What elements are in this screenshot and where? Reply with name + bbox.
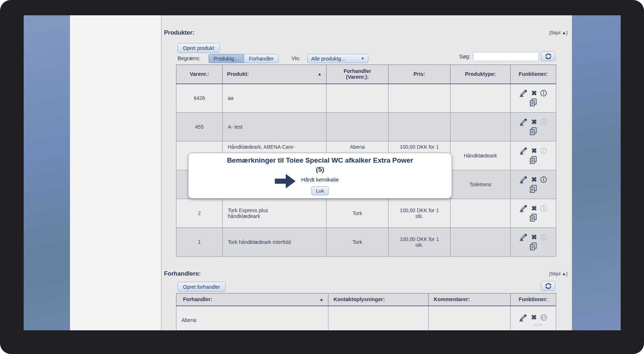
- cell-funktioner: ✖: [511, 199, 556, 228]
- delete-icon[interactable]: ✖: [531, 147, 537, 154]
- edit-icon[interactable]: [519, 314, 528, 322]
- view-label: Vis:: [292, 54, 300, 63]
- remarks-modal: Bemærkninger til Toiee Special WC afkalk…: [188, 153, 452, 199]
- table-row: 6426 aa ✖: [176, 84, 556, 113]
- create-product-button[interactable]: Opret produkt: [177, 43, 220, 53]
- info-icon[interactable]: [540, 205, 547, 212]
- modal-title: Bemærkninger til Toiee Special WC afkalk…: [193, 156, 447, 174]
- edit-icon[interactable]: [519, 175, 528, 183]
- cell-pris: 100,00 DKK for 1 stk.: [389, 228, 450, 257]
- page-left-panel: [70, 15, 161, 330]
- table-row: 2 Tork Express plus håndklædeark Tork 10…: [176, 199, 556, 228]
- header-varenr[interactable]: Varenr.:: [176, 65, 223, 84]
- cell-funktioner: ✖: [511, 113, 556, 141]
- copy-icon[interactable]: [529, 213, 538, 222]
- cell-varenr: 2: [176, 199, 223, 228]
- header-kommentarer[interactable]: Kommentarer:: [429, 293, 511, 306]
- limit-by-dealer-button[interactable]: Forhandler: [244, 54, 279, 63]
- dealers-table-header-row: Forhandler:▲ Kontaktoplysninger: Komment…: [176, 293, 556, 306]
- delete-icon[interactable]: ✖: [531, 314, 537, 321]
- table-row: 455 A- test ✖: [176, 113, 556, 141]
- cell-produkt: Tork håndklædeark interfold: [223, 228, 327, 257]
- globe-web-icon[interactable]: [540, 314, 547, 321]
- cell-forhandler: [327, 113, 389, 141]
- cell-funktioner: ✖: [511, 170, 556, 199]
- header-kontaktoplysninger[interactable]: Kontaktoplysninger:: [328, 293, 429, 306]
- limit-label: Begræns:: [177, 54, 200, 63]
- modal-close-button[interactable]: Luk: [311, 186, 329, 195]
- cell-produktype: [450, 113, 511, 141]
- cell-funktioner: ✖ WEB: [511, 306, 556, 331]
- table-row: 1 Tork håndklædeark interfold Tork 100,0…: [176, 228, 556, 257]
- search-input[interactable]: [473, 52, 539, 61]
- header-funktioner: Funktioner:: [511, 293, 556, 306]
- modal-note-text: Hårdt kemikalie: [188, 176, 452, 183]
- product-group-dropdown[interactable]: Alle produktg… ▼: [307, 54, 368, 63]
- header-forhandler[interactable]: Forhandler (Varenr.):: [327, 65, 389, 84]
- products-table-header-row: Varenr.: Produkt:▲ Forhandler (Varenr.):…: [176, 65, 556, 84]
- edit-icon[interactable]: [519, 147, 528, 155]
- cell-pris: [389, 113, 450, 141]
- header-funktioner: Funktioner:: [511, 65, 556, 84]
- edit-icon[interactable]: [519, 204, 528, 212]
- cell-funktioner: ✖: [511, 228, 556, 257]
- cell-pris: 100,00 DKK for 1 stk.: [389, 199, 450, 228]
- cell-forhandler: Abena: [176, 306, 328, 331]
- products-hide-link[interactable]: [Skjul ▲]: [549, 30, 567, 35]
- copy-icon[interactable]: [529, 184, 538, 194]
- edit-icon[interactable]: [519, 233, 528, 241]
- info-icon[interactable]: [540, 176, 547, 183]
- copy-icon[interactable]: [529, 156, 538, 165]
- refresh-icon: [545, 282, 552, 290]
- copy-icon[interactable]: [529, 98, 538, 107]
- cell-varenr: 455: [176, 113, 223, 141]
- dealers-section-title: Forhandlere:: [164, 270, 201, 277]
- products-refresh-button[interactable]: [541, 51, 555, 61]
- screen: Produkter: [Skjul ▲] Opret produkt Begræ…: [24, 15, 621, 330]
- refresh-icon: [545, 52, 552, 60]
- info-icon[interactable]: [540, 147, 547, 154]
- monitor-bezel: Produkter: [Skjul ▲] Opret produkt Begræ…: [0, 0, 644, 354]
- cell-funktioner: ✖: [511, 141, 556, 170]
- delete-icon[interactable]: ✖: [531, 234, 537, 241]
- info-icon[interactable]: [540, 234, 547, 241]
- cell-kommentarer: [429, 306, 511, 331]
- copy-icon[interactable]: [529, 127, 538, 136]
- dealers-hide-link[interactable]: [Skjul ▲]: [549, 271, 567, 276]
- header-produktype[interactable]: Produktype:: [450, 65, 511, 84]
- copy-icon[interactable]: [529, 242, 538, 251]
- header-pris[interactable]: Pris:: [389, 65, 450, 84]
- delete-icon[interactable]: ✖: [531, 118, 537, 125]
- chevron-down-icon: ▼: [361, 57, 364, 61]
- screenshot-frame: Produkter: [Skjul ▲] Opret produkt Begræ…: [0, 0, 644, 354]
- info-icon[interactable]: [540, 118, 547, 125]
- limit-by-productgroup-button[interactable]: Produktg…: [208, 54, 244, 63]
- cell-produkt: aa: [223, 84, 327, 113]
- delete-icon[interactable]: ✖: [531, 176, 537, 183]
- dropdown-selected-value: Alle produktg…: [311, 56, 346, 62]
- cell-produktype: [450, 228, 511, 257]
- cell-produktype: Håndklædeark: [450, 141, 511, 170]
- dealers-refresh-button[interactable]: [541, 281, 555, 291]
- cell-kontaktoplysninger: [328, 306, 429, 331]
- header-forhandler[interactable]: Forhandler:▲: [176, 293, 328, 306]
- create-dealer-button[interactable]: Opret forhandler: [177, 282, 226, 292]
- delete-icon[interactable]: ✖: [531, 90, 537, 97]
- edit-icon[interactable]: [519, 89, 528, 97]
- cell-varenr: 6426: [176, 84, 223, 113]
- header-produkt[interactable]: Produkt:▲: [223, 65, 327, 84]
- edit-icon[interactable]: [519, 118, 528, 126]
- cell-forhandler: [327, 84, 389, 113]
- cell-funktioner: ✖: [511, 84, 556, 113]
- cell-produktype: Toiletrens: [450, 170, 511, 199]
- cell-pris: [389, 84, 450, 113]
- web-label: WEB: [534, 323, 543, 327]
- cell-varenr: 1: [176, 228, 223, 257]
- delete-icon[interactable]: ✖: [531, 205, 537, 212]
- info-icon[interactable]: [540, 90, 547, 97]
- cell-produkt: Tork Express plus håndklædeark: [223, 199, 327, 228]
- limit-toggle-group: Produktg… Forhandler: [208, 54, 279, 63]
- dealers-table: Forhandler:▲ Kontaktoplysninger: Komment…: [176, 293, 556, 330]
- cell-produktype: [450, 199, 511, 228]
- search-label: Søg:: [459, 52, 471, 61]
